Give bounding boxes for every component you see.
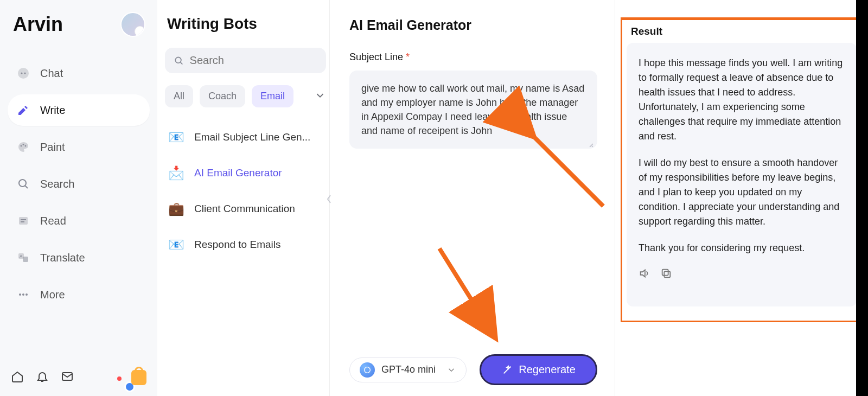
nav-label: Read <box>40 215 66 227</box>
result-paragraph: Thank you for considering my request. <box>639 241 845 256</box>
bot-item-respond[interactable]: 📧 Respond to Emails <box>165 227 326 263</box>
subject-input[interactable]: give me how to call work out mail, my na… <box>349 71 597 149</box>
chevron-down-icon <box>446 365 456 375</box>
result-title: Result <box>627 23 857 43</box>
copy-icon[interactable] <box>660 267 672 284</box>
pen-icon <box>16 103 30 117</box>
svg-rect-7 <box>19 217 28 225</box>
mail-icon[interactable] <box>61 370 74 385</box>
subject-label: Subject Line * <box>349 52 597 63</box>
filter-more-button[interactable] <box>314 90 326 104</box>
bot-label: AI Email Generator <box>194 167 282 179</box>
envelope-icon: 📧 <box>168 129 184 145</box>
book-icon <box>16 214 30 228</box>
bot-item-ai-email[interactable]: 📩 AI Email Generator <box>165 155 326 191</box>
magic-icon <box>501 364 513 376</box>
filter-row: All Coach Email <box>165 85 326 107</box>
nav-label: Chat <box>40 67 63 80</box>
bot-list: 📧 Email Subject Line Gen... 📩 AI Email G… <box>165 119 326 263</box>
model-name: GPT-4o mini <box>381 364 436 375</box>
speak-icon[interactable] <box>639 267 650 284</box>
svg-rect-19 <box>664 271 670 277</box>
resize-handle-icon[interactable] <box>586 138 594 145</box>
bot-item-subject-line[interactable]: 📧 Email Subject Line Gen... <box>165 119 326 155</box>
bot-item-client-comm[interactable]: 💼 Client Communication <box>165 191 326 227</box>
nav-chat[interactable]: Chat <box>8 58 150 89</box>
home-icon[interactable] <box>11 370 24 385</box>
palette-icon <box>16 140 30 154</box>
nav-translate[interactable]: A Translate <box>8 242 150 273</box>
svg-rect-9 <box>21 221 24 222</box>
model-selector[interactable]: GPT-4o mini <box>349 357 467 382</box>
nav: Chat Write Paint Search Read A Translate… <box>8 58 150 368</box>
result-body: I hope this message finds you well. I am… <box>627 43 857 306</box>
svg-point-15 <box>25 293 28 296</box>
envelope-icon: 📧 <box>168 237 184 253</box>
filter-coach[interactable]: Coach <box>200 85 245 107</box>
more-icon <box>16 288 30 302</box>
bottom-bar <box>8 368 150 387</box>
svg-point-1 <box>21 72 22 74</box>
nav-label: Translate <box>40 252 85 264</box>
page-title: AI Email Generator <box>349 17 597 33</box>
store-icon[interactable] <box>131 370 146 385</box>
bot-label: Email Subject Line Gen... <box>194 131 310 143</box>
svg-rect-20 <box>662 270 668 276</box>
avatar[interactable] <box>122 13 144 36</box>
form-column: AI Email Generator Subject Line * give m… <box>330 0 615 396</box>
svg-point-0 <box>18 68 29 79</box>
envelope-download-icon: 📩 <box>168 165 184 181</box>
svg-point-5 <box>25 145 27 147</box>
regenerate-label: Regenerate <box>519 363 576 376</box>
subject-value: give me how to call work out mail, my na… <box>361 83 584 136</box>
result-paragraph: I will do my best to ensure a smooth han… <box>639 156 845 229</box>
bots-column: Writing Bots All Coach Email 📧 Email Sub… <box>157 0 330 396</box>
svg-point-4 <box>23 144 24 145</box>
svg-point-13 <box>19 293 21 296</box>
search-icon <box>174 55 184 67</box>
briefcase-icon: 💼 <box>168 201 184 217</box>
bot-label: Client Communication <box>194 203 295 215</box>
bots-title: Writing Bots <box>165 15 326 33</box>
translate-icon: A <box>16 251 30 265</box>
nav-write[interactable]: Write <box>8 94 150 126</box>
column-collapse-handle[interactable] <box>326 193 333 207</box>
svg-point-3 <box>21 145 22 147</box>
filter-all[interactable]: All <box>165 85 193 107</box>
bell-icon[interactable] <box>36 370 49 385</box>
svg-rect-12 <box>23 257 28 262</box>
search-field[interactable] <box>190 54 317 67</box>
nav-label: Paint <box>40 141 65 154</box>
search-icon <box>16 177 30 191</box>
nav-more[interactable]: More <box>8 279 150 310</box>
regenerate-button[interactable]: Regenerate <box>480 354 597 385</box>
model-icon <box>360 362 375 378</box>
svg-point-6 <box>19 180 26 187</box>
nav-label: More <box>40 289 65 301</box>
nav-label: Search <box>40 178 74 190</box>
svg-text:A: A <box>20 254 23 259</box>
chat-icon <box>16 66 30 80</box>
svg-rect-8 <box>21 219 26 220</box>
result-highlight-box: Result I hope this message finds you wel… <box>621 17 863 322</box>
app-brand: Arvin <box>13 13 63 36</box>
svg-point-18 <box>365 367 371 373</box>
nav-read[interactable]: Read <box>8 205 150 237</box>
result-paragraph: I hope this message finds you well. I am… <box>639 56 845 144</box>
nav-paint[interactable]: Paint <box>8 131 150 163</box>
bot-label: Respond to Emails <box>194 239 280 251</box>
sidebar: Arvin Chat Write Paint Search Read A Tra… <box>0 0 157 396</box>
nav-search[interactable]: Search <box>8 168 150 200</box>
search-input[interactable] <box>165 48 326 73</box>
right-edge-strip <box>856 0 868 396</box>
svg-point-14 <box>22 293 24 296</box>
filter-email[interactable]: Email <box>252 85 293 107</box>
svg-point-17 <box>175 57 181 63</box>
nav-label: Write <box>40 104 65 117</box>
svg-point-2 <box>24 72 25 74</box>
result-column: Result I hope this message finds you wel… <box>615 0 868 396</box>
